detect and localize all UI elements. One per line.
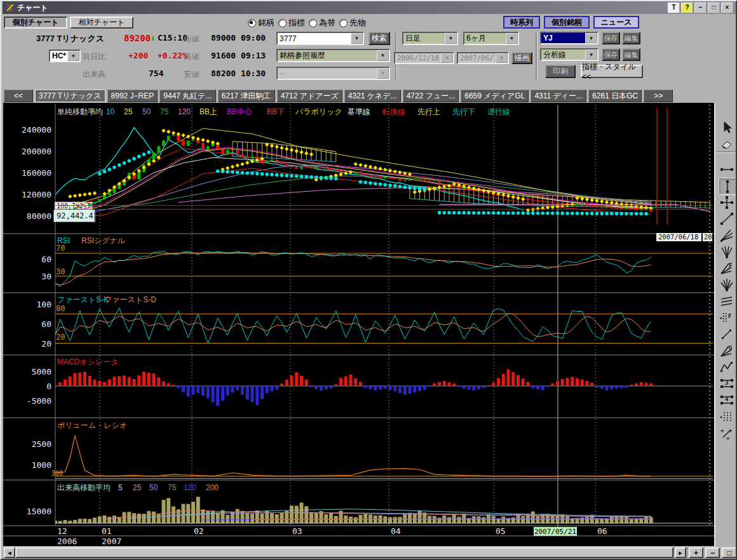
svg-text:120000: 120000 bbox=[22, 190, 51, 199]
svg-text:RSIシグナル: RSIシグナル bbox=[81, 236, 126, 245]
svg-text:70: 70 bbox=[56, 244, 65, 253]
svg-text:2007/06/18: 2007/06/18 bbox=[658, 233, 698, 241]
svg-text:75: 75 bbox=[168, 483, 177, 492]
svg-text:F: F bbox=[728, 313, 731, 319]
fibonacci-lines-tool[interactable]: F bbox=[719, 310, 735, 326]
svg-text:100: 100 bbox=[37, 300, 51, 309]
svg-text:BB上: BB上 bbox=[199, 107, 217, 116]
svg-text:06: 06 bbox=[597, 526, 607, 536]
svg-text:5: 5 bbox=[118, 483, 123, 492]
four-lines-tool[interactable]: 4 bbox=[719, 392, 735, 408]
gann-fan-tool-icon: G bbox=[719, 343, 734, 359]
fibonacci-lines-tool-icon: F bbox=[719, 310, 734, 326]
svg-text:60: 60 bbox=[41, 255, 51, 264]
svg-text:05: 05 bbox=[496, 526, 506, 536]
svg-text:01: 01 bbox=[102, 526, 112, 536]
svg-text:80: 80 bbox=[56, 304, 65, 313]
svg-text:200000: 200000 bbox=[22, 147, 51, 156]
svg-text:92,442.4: 92,442.4 bbox=[57, 211, 93, 220]
hsegment-tool[interactable] bbox=[719, 161, 735, 177]
svg-text:4: 4 bbox=[725, 396, 729, 403]
multipoint-tool-icon: +++ bbox=[719, 426, 734, 441]
svg-text:ファーストS-D: ファーストS-D bbox=[104, 295, 156, 304]
multipoint-tool[interactable]: +++ bbox=[719, 425, 735, 441]
three-lines-tool-icon: 3 bbox=[719, 377, 734, 392]
eraser-tool[interactable] bbox=[719, 136, 735, 152]
svg-text:パラボリック: パラボリック bbox=[295, 107, 342, 116]
svg-text:基準線: 基準線 bbox=[348, 107, 370, 116]
svg-text:BB下: BB下 bbox=[267, 107, 285, 116]
svg-text:先行上: 先行上 bbox=[417, 107, 440, 116]
drawing-tools-sidebar: FFG34+++ bbox=[714, 103, 737, 560]
gann-fan-tool[interactable]: G bbox=[719, 343, 735, 359]
svg-text:5: 5 bbox=[91, 107, 96, 116]
svg-text:出来高移動平均: 出来高移動平均 bbox=[57, 483, 111, 492]
scrollbar-thumb[interactable] bbox=[15, 547, 673, 558]
trendline-tool[interactable] bbox=[719, 211, 735, 227]
chart-canvas[interactable]: 108,792.7992,442.47030802030024000020000… bbox=[1, 1, 737, 560]
four-lines-tool-icon: 4 bbox=[719, 393, 734, 408]
radial-fan2-tool[interactable] bbox=[719, 277, 735, 293]
radial-fan-tool[interactable] bbox=[719, 244, 735, 260]
svg-text:50: 50 bbox=[142, 107, 151, 116]
svg-text:+: + bbox=[729, 427, 733, 434]
fan-tool[interactable] bbox=[719, 227, 735, 243]
three-lines-tool[interactable]: 3 bbox=[719, 376, 735, 392]
svg-text:3: 3 bbox=[725, 380, 728, 386]
zigzag-tool[interactable] bbox=[719, 359, 735, 375]
shortline-tool[interactable] bbox=[719, 326, 735, 342]
svg-text:25: 25 bbox=[124, 107, 133, 116]
svg-text:80000: 80000 bbox=[27, 211, 51, 221]
svg-text:120: 120 bbox=[178, 107, 191, 116]
svg-text:30: 30 bbox=[41, 272, 51, 281]
svg-text:1000: 1000 bbox=[32, 460, 51, 470]
svg-text:25: 25 bbox=[133, 483, 142, 492]
fan-tool-icon bbox=[719, 228, 734, 243]
svg-text:03: 03 bbox=[292, 526, 302, 536]
svg-text:200: 200 bbox=[206, 483, 219, 492]
svg-text:RSI: RSI bbox=[57, 236, 70, 245]
cross-segment-tool[interactable] bbox=[719, 194, 735, 210]
svg-text:300: 300 bbox=[51, 470, 63, 477]
svg-text:60: 60 bbox=[41, 319, 51, 329]
svg-text:240000: 240000 bbox=[22, 125, 51, 135]
cursor-tool-icon bbox=[719, 120, 734, 135]
vsegment-tool-icon bbox=[720, 179, 735, 194]
trendline-tool-icon bbox=[719, 211, 734, 227]
cursor-tool[interactable] bbox=[719, 119, 735, 135]
svg-text:G: G bbox=[729, 345, 732, 351]
vertical-lines-tool-icon bbox=[719, 410, 734, 425]
svg-text:2007/05/21: 2007/05/21 bbox=[534, 528, 576, 536]
svg-text:MACDオシレータ: MACDオシレータ bbox=[57, 357, 118, 366]
svg-text:2007: 2007 bbox=[102, 537, 121, 546]
svg-text:5000: 5000 bbox=[32, 367, 51, 377]
svg-text:ボリューム・レシオ: ボリューム・レシオ bbox=[57, 421, 127, 430]
svg-text:12: 12 bbox=[57, 526, 67, 536]
horizontal-scrollbar[interactable]: ◄ ► + − □ bbox=[3, 547, 737, 559]
svg-text:15000: 15000 bbox=[27, 507, 51, 516]
vertical-lines-tool[interactable] bbox=[719, 409, 735, 425]
parallel-lines-tool-icon bbox=[719, 294, 734, 309]
svg-text:20: 20 bbox=[704, 233, 712, 241]
zoom-out-button[interactable]: − bbox=[705, 547, 720, 558]
svg-text:04: 04 bbox=[391, 526, 401, 536]
reset-view-button[interactable]: □ bbox=[722, 547, 737, 558]
fibonacci-fan-tool[interactable]: F bbox=[719, 260, 735, 276]
cross-segment-tool-icon bbox=[719, 195, 734, 210]
zigzag-tool-icon bbox=[719, 360, 734, 375]
hsegment-tool-icon bbox=[719, 162, 734, 177]
radial-fan2-tool-icon bbox=[719, 277, 734, 293]
svg-text:120: 120 bbox=[184, 483, 196, 492]
svg-text:0: 0 bbox=[46, 382, 51, 391]
zoom-in-button[interactable]: + bbox=[689, 547, 703, 558]
scroll-left-button[interactable]: ◄ bbox=[4, 547, 15, 558]
svg-text:先行下: 先行下 bbox=[452, 107, 475, 116]
parallel-lines-tool[interactable] bbox=[719, 293, 735, 309]
vsegment-tool[interactable] bbox=[719, 178, 736, 195]
svg-text:10: 10 bbox=[106, 107, 115, 116]
svg-text:-5000: -5000 bbox=[27, 396, 51, 406]
svg-text:BB中心: BB中心 bbox=[227, 107, 252, 116]
radial-fan-tool-icon bbox=[719, 244, 734, 260]
svg-text:2500: 2500 bbox=[32, 439, 51, 449]
scroll-right-button[interactable]: ► bbox=[675, 547, 686, 558]
